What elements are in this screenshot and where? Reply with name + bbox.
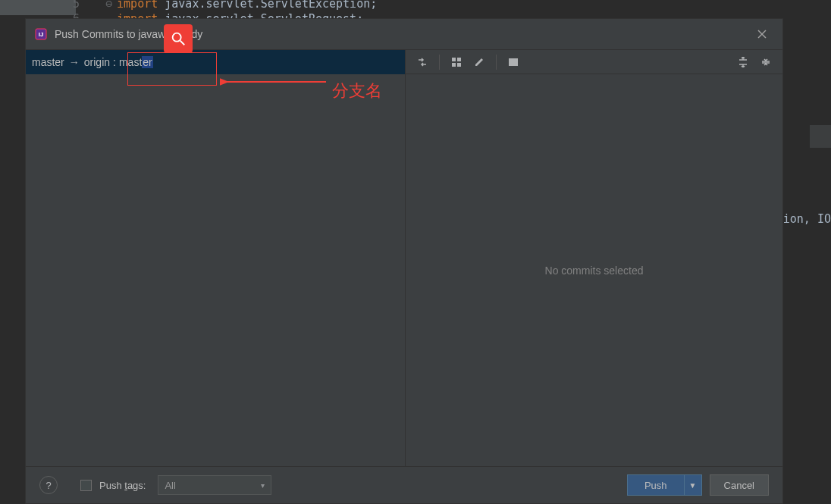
code-fragment: ion, IO xyxy=(783,212,831,226)
toolbar-separator xyxy=(439,55,440,70)
svg-rect-5 xyxy=(452,58,456,61)
close-icon xyxy=(757,30,767,39)
scrollbar-marker xyxy=(810,125,831,148)
group-icon[interactable] xyxy=(447,53,466,71)
svg-rect-7 xyxy=(452,63,456,67)
dialog-footer: ? Push tags: All ▾ Push ▼ Cancel xyxy=(26,467,782,503)
dialog-title: Push Commits to javawebstudy xyxy=(55,28,751,40)
empty-state: No commits selected xyxy=(406,74,782,466)
local-branch: master xyxy=(32,56,64,68)
intellij-icon: IJ xyxy=(35,28,47,40)
help-button[interactable]: ? xyxy=(39,476,58,494)
svg-rect-6 xyxy=(457,58,461,61)
push-tags-checkbox[interactable] xyxy=(80,480,92,491)
push-split-button: Push ▼ xyxy=(627,474,702,496)
remote-name[interactable]: origin xyxy=(84,56,110,68)
push-commits-dialog: IJ Push Commits to javawebstudy master →… xyxy=(25,18,783,504)
svg-rect-9 xyxy=(509,58,518,66)
combo-value: All xyxy=(165,480,175,491)
expand-icon[interactable] xyxy=(734,53,752,71)
details-panel: No commits selected xyxy=(405,50,782,466)
svg-rect-8 xyxy=(457,63,461,67)
code-line: 5 ⊖import javax.servlet.ServletException… xyxy=(0,0,377,11)
push-tags-combo[interactable]: All ▾ xyxy=(158,475,271,495)
dialog-title-bar: IJ Push Commits to javawebstudy xyxy=(26,19,782,49)
branch-row[interactable]: master → origin : master xyxy=(26,50,405,74)
arrow-icon: → xyxy=(69,56,80,68)
commits-panel: master → origin : master xyxy=(26,50,405,466)
chevron-down-icon: ▾ xyxy=(261,481,265,490)
line-number: 5 xyxy=(0,0,99,11)
collapse-icon[interactable] xyxy=(757,53,775,71)
edit-icon[interactable] xyxy=(470,53,488,71)
swap-icon[interactable] xyxy=(413,53,431,71)
svg-text:IJ: IJ xyxy=(39,31,44,38)
toolbar-separator xyxy=(496,55,497,70)
cancel-button[interactable]: Cancel xyxy=(710,474,769,496)
push-dropdown-button[interactable]: ▼ xyxy=(684,474,702,496)
target-branch-input[interactable]: master xyxy=(119,56,153,68)
close-button[interactable] xyxy=(751,23,773,45)
branch-colon: : xyxy=(113,56,116,68)
dialog-body: master → origin : master xyxy=(26,49,782,467)
push-tags-label: Push tags: xyxy=(99,480,146,491)
diff-toolbar xyxy=(406,50,782,74)
push-button[interactable]: Push xyxy=(627,474,684,496)
preview-icon[interactable] xyxy=(504,53,522,71)
